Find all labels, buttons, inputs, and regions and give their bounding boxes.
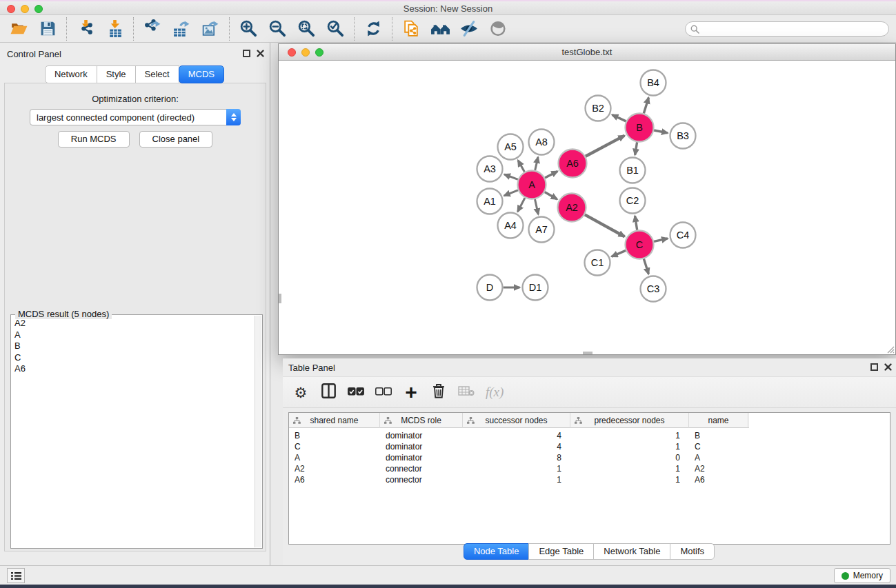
edge-A6-B[interactable]: [586, 136, 625, 156]
vertical-scroll-mark[interactable]: [279, 294, 281, 303]
export-network-button[interactable]: [138, 16, 167, 42]
home-button[interactable]: [426, 16, 455, 42]
horizontal-scroll-mark[interactable]: [583, 352, 593, 354]
float-table-panel-icon[interactable]: [870, 363, 878, 371]
table-cell[interactable]: A2: [289, 463, 380, 474]
table-row[interactable]: Bdominator41B: [289, 430, 890, 441]
column-header-MCDS-role[interactable]: MCDS role: [380, 413, 463, 428]
select-all-button[interactable]: [348, 382, 364, 403]
node-A[interactable]: A: [518, 171, 546, 199]
edge-C-C3[interactable]: [644, 259, 648, 274]
edge-A2-C[interactable]: [585, 214, 625, 236]
node-A4[interactable]: A4: [498, 213, 524, 239]
run-mcds-button[interactable]: Run MCDS: [58, 131, 130, 148]
node-A2[interactable]: A2: [558, 194, 586, 222]
open-button[interactable]: [4, 16, 33, 42]
zoom-out-button[interactable]: [263, 16, 292, 42]
table-cell[interactable]: 8: [463, 452, 570, 463]
optimization-dropdown[interactable]: largest connected component (directed): [30, 109, 241, 125]
edge-A-A3[interactable]: [504, 174, 518, 180]
edge-C-C1[interactable]: [612, 250, 626, 256]
save-button[interactable]: [33, 16, 62, 42]
export-table-button[interactable]: [167, 16, 196, 42]
node-C4[interactable]: C4: [670, 223, 696, 248]
memory-button[interactable]: Memory: [834, 568, 890, 583]
node-A5[interactable]: A5: [498, 134, 524, 160]
result-scrollbar[interactable]: [255, 316, 261, 547]
table-cell[interactable]: A: [689, 452, 748, 463]
result-item[interactable]: C: [12, 352, 255, 364]
column-header-predecessor-nodes[interactable]: predecessor nodes: [570, 413, 689, 428]
result-item[interactable]: B: [12, 341, 255, 352]
import-table-button[interactable]: [100, 16, 129, 42]
node-B1[interactable]: B1: [620, 158, 646, 183]
node-A8[interactable]: A8: [529, 130, 555, 155]
refresh-button[interactable]: [359, 16, 388, 42]
zoom-in-button[interactable]: [234, 16, 263, 42]
table-row[interactable]: A2connector11A2: [289, 463, 890, 474]
result-item[interactable]: A: [12, 330, 255, 341]
table-cell[interactable]: 1: [570, 474, 689, 485]
edge-B-B4[interactable]: [644, 98, 648, 114]
edge-C-C4[interactable]: [654, 239, 668, 241]
node-D1[interactable]: D1: [523, 275, 548, 301]
tab-select[interactable]: Select: [135, 65, 179, 83]
import-network-button[interactable]: [71, 16, 100, 42]
node-B[interactable]: B: [626, 114, 654, 142]
resize-grip-icon[interactable]: [886, 345, 895, 354]
settings-button[interactable]: ⚙: [292, 382, 309, 403]
table-cell[interactable]: A: [289, 452, 380, 463]
node-C2[interactable]: C2: [620, 188, 646, 214]
table-cell[interactable]: A6: [289, 474, 380, 485]
result-item[interactable]: A2: [12, 318, 255, 330]
task-history-button[interactable]: [7, 568, 25, 583]
network-canvas[interactable]: B4B2BB3A8A5A6A3B1AC2A1A2A4A7C4CC1C3DD1: [279, 61, 895, 354]
add-row-button[interactable]: +: [403, 382, 419, 403]
edge-A-A4[interactable]: [518, 198, 526, 212]
table-cell[interactable]: connector: [380, 463, 463, 474]
table-cell[interactable]: A6: [689, 474, 748, 485]
node-B3[interactable]: B3: [670, 123, 696, 149]
table-cell[interactable]: 0: [570, 452, 689, 463]
edge-A-A5[interactable]: [518, 161, 524, 172]
edge-A-A8[interactable]: [535, 157, 538, 170]
column-header-successor-nodes[interactable]: successor nodes: [463, 413, 570, 428]
deselect-all-button[interactable]: [375, 382, 392, 403]
table-cell[interactable]: B: [689, 430, 748, 441]
table-cell[interactable]: B: [289, 430, 380, 441]
delete-row-button[interactable]: [430, 382, 447, 403]
edge-C-C2[interactable]: [635, 216, 637, 230]
table-row[interactable]: Cdominator41C: [289, 441, 890, 452]
zoom-fit-button[interactable]: [292, 16, 321, 42]
export-image-button[interactable]: [196, 16, 225, 42]
column-header-shared-name[interactable]: shared name: [289, 413, 380, 428]
hide-panels-button[interactable]: [455, 16, 484, 42]
node-A1[interactable]: A1: [477, 189, 503, 214]
edge-B-B1[interactable]: [635, 142, 637, 155]
duplicate-network-button[interactable]: [397, 16, 426, 42]
edge-A-A1[interactable]: [504, 190, 518, 196]
tab-network-table[interactable]: Network Table: [593, 543, 670, 560]
node-A3[interactable]: A3: [477, 156, 503, 182]
tab-node-table[interactable]: Node Table: [464, 543, 530, 560]
tab-network[interactable]: Network: [45, 65, 97, 83]
node-A6[interactable]: A6: [559, 150, 587, 178]
show-columns-button[interactable]: [320, 382, 337, 403]
edge-A-A7[interactable]: [535, 199, 539, 214]
table-cell[interactable]: 1: [570, 463, 689, 474]
tab-motifs[interactable]: Motifs: [670, 543, 715, 560]
table-row[interactable]: A6connector11A6: [289, 474, 890, 485]
node-B4[interactable]: B4: [641, 70, 666, 96]
tab-edge-table[interactable]: Edge Table: [528, 543, 594, 560]
tab-mcds[interactable]: MCDS: [179, 65, 224, 83]
close-table-panel-icon[interactable]: [884, 363, 892, 371]
table-cell[interactable]: 4: [463, 441, 570, 452]
node-D[interactable]: D: [477, 275, 503, 301]
table-cell[interactable]: A2: [689, 463, 748, 474]
table-cell[interactable]: dominator: [380, 430, 463, 441]
node-C[interactable]: C: [626, 231, 654, 259]
table-cell[interactable]: connector: [380, 474, 463, 485]
zoom-selected-button[interactable]: [321, 16, 350, 42]
table-cell[interactable]: 1: [463, 474, 570, 485]
table-cell[interactable]: 1: [570, 430, 689, 441]
